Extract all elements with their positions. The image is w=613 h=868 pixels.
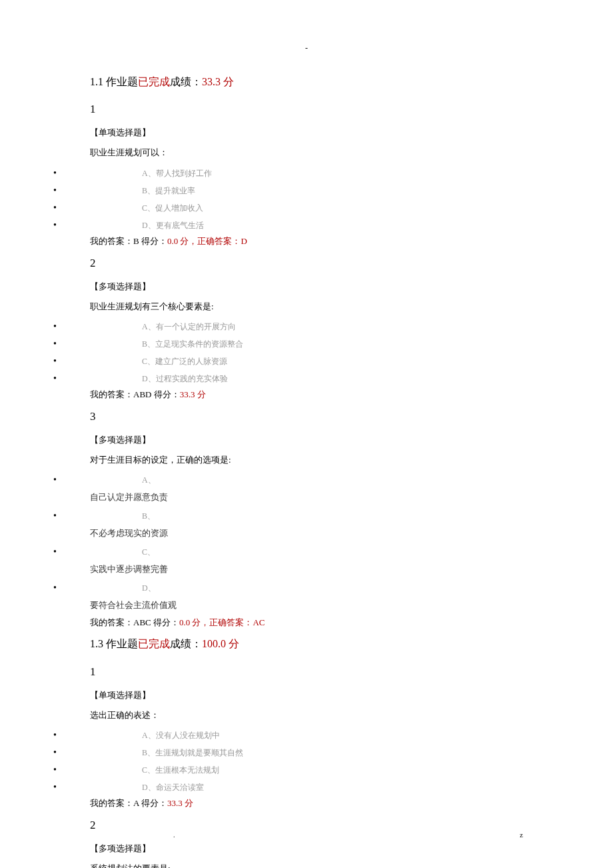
option-letter: A、: [142, 731, 156, 740]
option-item: B、生涯规划就是要顺其自然: [90, 745, 523, 760]
option-item: C、实践中逐步调整完善: [90, 545, 523, 577]
score-label: 成绩：: [170, 76, 202, 87]
option-letter: D、: [142, 221, 156, 230]
score-value: 100.0 分: [202, 638, 239, 649]
option-letter: D、: [142, 783, 156, 792]
question-type: 【多项选择题】: [90, 281, 523, 293]
answer-score: 33.3 分: [167, 798, 193, 808]
answer-score: 0.0 分，: [179, 617, 210, 627]
option-item: B、提升就业率: [90, 183, 523, 198]
correct-answer: 正确答案：AC: [209, 617, 265, 627]
question-type: 【多项选择题】: [90, 434, 523, 446]
option-text: 没有人没在规划中: [156, 731, 220, 740]
question-type: 【单项选择题】: [90, 127, 523, 139]
answer-score: 33.3 分: [180, 389, 206, 399]
option-text: 命运天洽读室: [156, 783, 204, 792]
option-item: B、不必考虑现实的资源: [90, 509, 523, 541]
option-text: 生涯根本无法规划: [155, 765, 219, 775]
option-text: 要符合社会主流价值观: [90, 598, 523, 613]
option-letter: B、: [142, 511, 155, 521]
option-text: 有一个认定的开展方向: [156, 322, 236, 331]
question-type: 【多项选择题】: [90, 843, 523, 855]
option-letter: D、: [142, 583, 156, 593]
section-header: 1.1 作业题已完成成绩：33.3 分: [90, 75, 523, 89]
option-letter: A、: [142, 322, 156, 331]
option-text: 帮人找到好工作: [156, 169, 212, 178]
option-letter: C、: [142, 203, 155, 213]
section-title: 1.1 作业题: [90, 76, 138, 87]
footer-z: z: [520, 830, 523, 840]
option-letter: B、: [142, 186, 155, 195]
top-dash: -: [305, 43, 308, 54]
option-letter: A、: [142, 475, 156, 485]
option-item: A、有一个认定的开展方向: [90, 319, 523, 334]
option-text: 立足现实条件的资源整合: [155, 339, 243, 349]
answer-line: 我的答案：B 得分：0.0 分，正确答案：D: [90, 235, 523, 247]
footer-dot: .: [173, 831, 175, 840]
answer-line: 我的答案：ABC 得分：0.0 分，正确答案：AC: [90, 617, 523, 629]
option-text: 生涯规划就是要顺其自然: [155, 748, 243, 757]
option-letter: D、: [142, 374, 156, 383]
option-item: A、自己认定并愿意负责: [90, 473, 523, 505]
option-item: D、更有底气生活: [90, 218, 523, 233]
completed-label: 已完成: [138, 638, 170, 649]
my-answer-prefix: 我的答案：ABC 得分：: [90, 617, 179, 627]
question-text: 职业生涯规划可以：: [90, 147, 523, 159]
correct-answer: 正确答案：D: [197, 236, 247, 246]
option-item: D、命运天洽读室: [90, 780, 523, 795]
option-text: 促人增加收入: [155, 203, 203, 213]
option-letter: C、: [142, 357, 155, 366]
answer-line: 我的答案：A 得分：33.3 分: [90, 797, 523, 809]
options-list: A、自己认定并愿意负责 B、不必考虑现实的资源 C、实践中逐步调整完善 D、要符…: [90, 473, 523, 613]
option-text: 不必考虑现实的资源: [90, 526, 523, 541]
option-item: B、立足现实条件的资源整合: [90, 337, 523, 351]
content-area: 1.1 作业题已完成成绩：33.3 分 1 【单项选择题】 职业生涯规划可以： …: [90, 75, 523, 868]
question-type: 【单项选择题】: [90, 689, 523, 701]
section-header: 1.3 作业题已完成成绩：100.0 分: [90, 637, 523, 651]
options-list: A、没有人没在规划中 B、生涯规划就是要顺其自然 C、生涯根本无法规划 D、命运…: [90, 728, 523, 795]
option-letter: C、: [142, 765, 155, 775]
option-item: C、建立广泛的人脉资源: [90, 354, 523, 369]
option-letter: A、: [142, 169, 156, 178]
my-answer-prefix: 我的答案：A 得分：: [90, 798, 167, 808]
question-number: 2: [90, 255, 523, 271]
question-number: 2: [90, 817, 523, 833]
option-text: 过程实践的充实体验: [156, 374, 228, 383]
my-answer-prefix: 我的答案：ABD 得分：: [90, 389, 180, 399]
question-text: 职业生涯规划有三个核心要素是:: [90, 301, 523, 313]
question-number: 1: [90, 101, 523, 117]
option-item: C、生涯根本无法规划: [90, 763, 523, 777]
option-item: C、促人增加收入: [90, 201, 523, 215]
option-text: 建立广泛的人脉资源: [155, 357, 227, 366]
option-item: A、帮人找到好工作: [90, 166, 523, 181]
option-item: D、要符合社会主流价值观: [90, 581, 523, 613]
completed-label: 已完成: [138, 76, 170, 87]
question-number: 1: [90, 664, 523, 680]
question-text: 选出正确的表述：: [90, 709, 523, 721]
option-item: A、没有人没在规划中: [90, 728, 523, 743]
section-title: 1.3 作业题: [90, 638, 138, 649]
option-text: 提升就业率: [155, 186, 195, 195]
option-letter: B、: [142, 748, 155, 757]
score-value: 33.3 分: [202, 76, 234, 87]
option-item: D、过程实践的充实体验: [90, 371, 523, 386]
options-list: A、有一个认定的开展方向 B、立足现实条件的资源整合 C、建立广泛的人脉资源 D…: [90, 319, 523, 386]
answer-line: 我的答案：ABD 得分：33.3 分: [90, 389, 523, 401]
question-number: 3: [90, 409, 523, 425]
option-text: 实践中逐步调整完善: [90, 562, 523, 577]
options-list: A、帮人找到好工作 B、提升就业率 C、促人增加收入 D、更有底气生活: [90, 166, 523, 233]
score-label: 成绩：: [170, 638, 202, 649]
option-text: 更有底气生活: [156, 221, 204, 230]
question-text: 对于生涯目标的设定，正确的选项是:: [90, 454, 523, 466]
option-letter: C、: [142, 547, 155, 557]
option-letter: B、: [142, 339, 155, 349]
question-text: 系统规划法的要素是:: [90, 863, 523, 868]
answer-score: 0.0 分，: [167, 236, 198, 246]
option-text: 自己认定并愿意负责: [90, 490, 523, 505]
my-answer-prefix: 我的答案：B 得分：: [90, 236, 167, 246]
